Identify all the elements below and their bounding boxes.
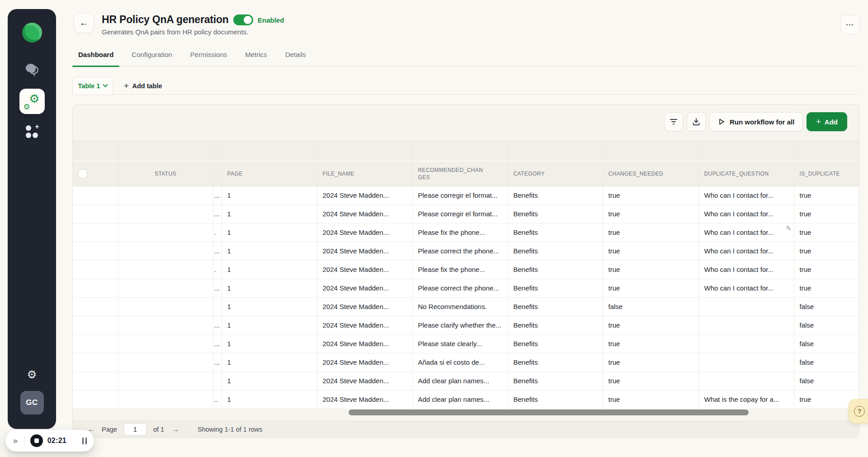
cell-select[interactable]	[73, 205, 118, 223]
cell-changes_needed[interactable]: true	[603, 186, 698, 205]
column-header-overflow[interactable]	[213, 161, 222, 186]
cell-file_name[interactable]: 2024 Steve Madden...	[317, 334, 412, 353]
cell-status[interactable]	[118, 260, 213, 279]
cell-duplicate_question[interactable]: Who can I contact for...	[698, 242, 794, 260]
cell-category[interactable]: Benefits	[508, 186, 603, 205]
column-header-status[interactable]: STATUS	[118, 161, 213, 186]
cell-recommended_changes[interactable]: Please correct the phone...	[412, 279, 508, 297]
tab-metrics[interactable]: Metrics	[239, 51, 273, 67]
column-header-duplicate_question[interactable]: DUPLICATE_QUESTION	[698, 161, 794, 186]
cell-overflow[interactable]: .	[213, 260, 222, 279]
cell-duplicate_question[interactable]	[698, 334, 794, 353]
cell-category[interactable]: Benefits	[508, 371, 603, 390]
cell-category[interactable]: Benefits	[508, 316, 603, 334]
cell-is_duplicate[interactable]: true	[794, 186, 859, 205]
cell-page[interactable]: 1	[222, 260, 317, 279]
cell-status[interactable]	[118, 334, 213, 353]
cell-changes_needed[interactable]: true	[603, 353, 698, 371]
cell-page[interactable]: 1	[222, 242, 317, 260]
cell-category[interactable]: Benefits	[508, 205, 603, 223]
cell-page[interactable]: 1	[222, 353, 317, 371]
cell-duplicate_question[interactable]: Who can I contact for...	[698, 279, 794, 297]
cell-is_duplicate[interactable]: true	[794, 260, 859, 279]
cell-duplicate_question[interactable]	[698, 353, 794, 371]
cell-changes_needed[interactable]: true	[603, 316, 698, 334]
filter-button[interactable]	[664, 112, 683, 131]
cell-select[interactable]	[73, 260, 118, 279]
cell-duplicate_question[interactable]: Who can I contact for...	[698, 186, 794, 205]
download-button[interactable]	[687, 112, 706, 131]
cell-page[interactable]: 1	[222, 371, 317, 390]
cell-select[interactable]	[73, 353, 118, 371]
pause-button[interactable]	[82, 438, 87, 444]
cell-is_duplicate[interactable]: true	[794, 205, 859, 223]
cell-recommended_changes[interactable]: Please state clearly...	[412, 334, 508, 353]
cell-page[interactable]: 1	[222, 186, 317, 205]
add-table-button[interactable]: + Add table	[120, 80, 166, 92]
cell-overflow[interactable]: ...	[213, 186, 222, 205]
cell-duplicate_question[interactable]: What is the copay for a...	[698, 390, 794, 409]
cell-file_name[interactable]: 2024 Steve Madden...	[317, 297, 412, 316]
cell-overflow[interactable]: ...	[213, 353, 222, 371]
sidebar-item-chat[interactable]	[19, 57, 45, 82]
cell-status[interactable]	[118, 242, 213, 260]
cell-select[interactable]	[73, 279, 118, 297]
cell-category[interactable]: Benefits	[508, 279, 603, 297]
cell-page[interactable]: 1	[222, 205, 317, 223]
cell-category[interactable]: Benefits	[508, 260, 603, 279]
cell-file_name[interactable]: 2024 Steve Madden...	[317, 242, 412, 260]
cell-category[interactable]: Benefits	[508, 223, 603, 242]
cell-duplicate_question[interactable]	[698, 316, 794, 334]
cell-is_duplicate[interactable]: false	[794, 353, 859, 371]
cell-is_duplicate[interactable]: false	[794, 371, 859, 390]
column-header-file_name[interactable]: FILE_NAME	[317, 161, 412, 186]
column-header-changes_needed[interactable]: CHANGES_NEEDED	[603, 161, 698, 186]
cell-recommended_changes[interactable]: Please fix the phone...	[412, 260, 508, 279]
cell-overflow[interactable]	[213, 297, 222, 316]
table-selector-dropdown[interactable]: Table 1	[72, 77, 113, 95]
user-avatar[interactable]: GC	[20, 391, 44, 414]
cell-overflow[interactable]: .	[213, 223, 222, 242]
cell-file_name[interactable]: 2024 Steve Madden...	[317, 371, 412, 390]
cell-file_name[interactable]: 2024 Steve Madden...	[317, 205, 412, 223]
cell-recommended_changes[interactable]: Please clarify whether the...	[412, 316, 508, 334]
cell-changes_needed[interactable]: true	[603, 242, 698, 260]
cell-page[interactable]: 1	[222, 334, 317, 353]
cell-status[interactable]	[118, 279, 213, 297]
cell-select[interactable]	[73, 242, 118, 260]
cell-status[interactable]	[118, 297, 213, 316]
stop-recording-button[interactable]	[30, 434, 43, 447]
column-header-page[interactable]: PAGE	[222, 161, 317, 186]
select-all-checkbox[interactable]	[78, 169, 87, 178]
cell-duplicate_question[interactable]	[698, 371, 794, 390]
cell-file_name[interactable]: 2024 Steve Madden...	[317, 223, 412, 242]
cell-is_duplicate[interactable]: false	[794, 316, 859, 334]
cell-select[interactable]	[73, 223, 118, 242]
tab-dashboard[interactable]: Dashboard	[72, 51, 119, 67]
cell-status[interactable]	[118, 316, 213, 334]
cell-select[interactable]	[73, 334, 118, 353]
cell-changes_needed[interactable]: true	[603, 279, 698, 297]
cell-status[interactable]	[118, 390, 213, 409]
cell-changes_needed[interactable]: true	[603, 371, 698, 390]
cell-page[interactable]: 1	[222, 279, 317, 297]
cell-is_duplicate[interactable]: false	[794, 334, 859, 353]
back-button[interactable]: ←	[74, 13, 94, 33]
cell-duplicate_question[interactable]: Who can I contact for...	[698, 223, 794, 242]
cell-duplicate_question[interactable]	[698, 297, 794, 316]
settings-gear-icon[interactable]: ⚙	[27, 368, 37, 381]
cell-duplicate_question[interactable]: Who can I contact for...	[698, 260, 794, 279]
cell-page[interactable]: 1	[222, 390, 317, 409]
cell-file_name[interactable]: 2024 Steve Madden...	[317, 260, 412, 279]
cell-status[interactable]	[118, 223, 213, 242]
add-row-button[interactable]: + Add	[807, 112, 847, 131]
tab-permissions[interactable]: Permissions	[184, 51, 233, 67]
cell-file_name[interactable]: 2024 Steve Madden...	[317, 390, 412, 409]
cell-category[interactable]: Benefits	[508, 242, 603, 260]
cell-changes_needed[interactable]: true	[603, 260, 698, 279]
cell-is_duplicate[interactable]: true	[794, 279, 859, 297]
cell-recommended_changes[interactable]: No Recommendations.	[412, 297, 508, 316]
column-header-is_duplicate[interactable]: IS_DUPLICATE	[794, 161, 859, 186]
sidebar-item-workflows[interactable]: ⚙ ⚙	[19, 89, 45, 114]
cell-recommended_changes[interactable]: Please corregir el format...	[412, 205, 508, 223]
